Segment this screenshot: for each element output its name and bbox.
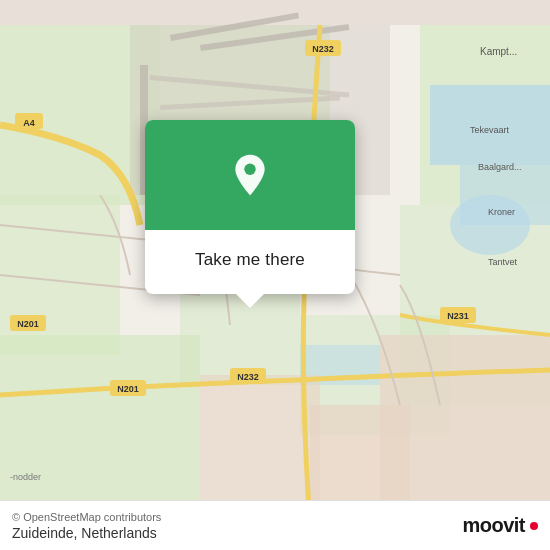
location-pin-icon — [228, 153, 272, 197]
attribution-text: © OpenStreetMap contributors — [12, 511, 161, 523]
popup-button-area: Take me there — [145, 230, 355, 294]
location-name: Zuideinde, Netherlands — [12, 525, 161, 541]
svg-text:Kampt...: Kampt... — [480, 46, 517, 57]
moovit-logo-text: moovit — [462, 514, 525, 537]
moovit-logo-dot — [530, 522, 538, 530]
svg-text:A4: A4 — [23, 118, 35, 128]
svg-text:N201: N201 — [117, 384, 139, 394]
svg-text:-nodder: -nodder — [10, 472, 41, 482]
take-me-there-button[interactable]: Take me there — [163, 240, 337, 280]
svg-point-11 — [450, 195, 530, 255]
svg-point-40 — [244, 164, 255, 175]
svg-text:Tekevaart: Tekevaart — [470, 125, 510, 135]
svg-text:N201: N201 — [17, 319, 39, 329]
svg-text:N232: N232 — [312, 44, 334, 54]
popup-green-header — [145, 120, 355, 230]
map-container: A4 N232 N201 N232 N231 N201 Kampt... Tek… — [0, 0, 550, 550]
svg-text:N231: N231 — [447, 311, 469, 321]
popup-card: Take me there — [145, 120, 355, 294]
svg-text:Kroner: Kroner — [488, 207, 515, 217]
svg-text:Tantvet: Tantvet — [488, 257, 518, 267]
svg-text:N232: N232 — [237, 372, 259, 382]
svg-text:Baalgard...: Baalgard... — [478, 162, 522, 172]
moovit-logo: moovit — [462, 514, 538, 537]
bottom-bar: © OpenStreetMap contributors Zuideinde, … — [0, 500, 550, 550]
svg-rect-4 — [0, 335, 200, 525]
